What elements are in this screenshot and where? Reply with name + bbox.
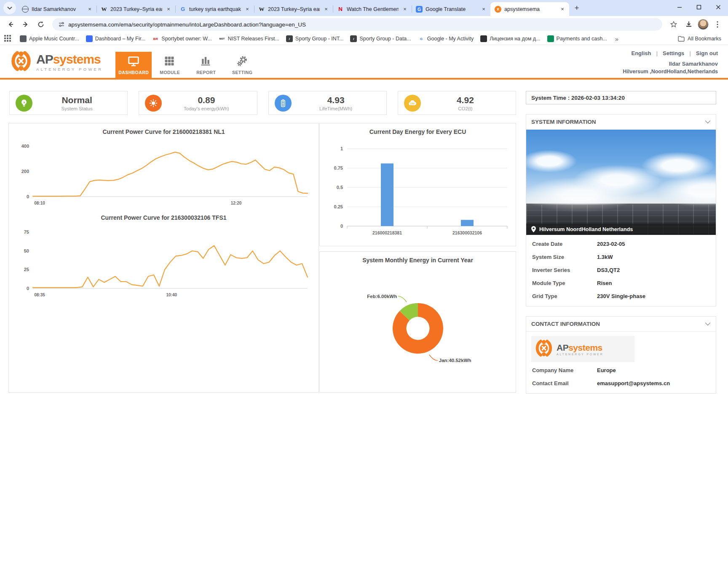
tab-search-button[interactable] (3, 2, 16, 14)
info-row-value: DS3,QT2 (597, 267, 620, 273)
info-row-label: Module Type (526, 280, 597, 286)
lifetime-label: LifeTime(MWh) (292, 106, 380, 111)
user-location: Hilversum ,NoordHolland,Netherlands (623, 69, 718, 75)
bookmark-item[interactable]: / Sporty Group - INT... (283, 34, 347, 43)
bookmark-item[interactable]: NIST NIST Releases First... (216, 34, 282, 43)
settings-link[interactable]: Settings (663, 50, 684, 56)
address-bar[interactable]: apsystemsema.com/ema/security/optmainmen… (52, 18, 662, 31)
power-curve-chart-nl1: 020040008:1012:20 (13, 137, 314, 208)
bookmark-item[interactable]: Dashboard – My Fir... (83, 34, 149, 43)
info-row: Create Date 2023-02-05 (526, 237, 716, 250)
info-row-value: emasupport@apsystems.cn (597, 380, 670, 386)
user-name: Ildar Samarkhanov (623, 61, 718, 67)
nav-item-module[interactable]: MODULE (152, 52, 188, 78)
bookmark-label: Sporty Group - INT... (295, 36, 344, 42)
google-icon: G (418, 35, 425, 42)
svg-text:75: 75 (24, 229, 29, 234)
bookmark-item[interactable]: Payments and cash... (544, 34, 610, 43)
system-status-value: Normal (32, 95, 121, 105)
svg-text:0.25: 0.25 (334, 204, 343, 209)
tab-close-icon[interactable]: × (165, 6, 172, 13)
system-status-label: System Status (32, 106, 121, 111)
back-button[interactable] (4, 18, 17, 31)
info-row: System Size 1.3kW (526, 250, 716, 264)
bookmark-item[interactable]: G Google - My Activity (415, 34, 476, 43)
info-row-label: Create Date (526, 241, 597, 247)
bookmark-item[interactable]: Apple Music Countr... (17, 34, 82, 43)
today-energy-card: 0.89Today's energy(kWh) (139, 91, 257, 115)
tab-close-icon[interactable]: × (244, 6, 251, 13)
window-close-button[interactable] (709, 0, 728, 14)
bookmark-star-icon[interactable] (667, 18, 680, 31)
forward-button[interactable] (19, 18, 32, 31)
all-bookmarks-label: All Bookmarks (688, 36, 721, 42)
contact-information-title: CONTACT INFORMATION (531, 321, 600, 327)
svg-text:50: 50 (24, 248, 29, 253)
nav-item-dashboard[interactable]: DASHBOARD (115, 52, 152, 78)
info-row-label: System Size (526, 254, 597, 260)
nav-item-setting[interactable]: SETTING (224, 52, 260, 78)
browser-tab[interactable]: G turkey syria earthquake af × (175, 2, 254, 16)
chevron-down-icon (7, 6, 12, 10)
info-row-value: 2023-02-05 (597, 241, 625, 247)
info-row: Company Name Europe (526, 364, 716, 377)
apps-grid-icon[interactable] (4, 35, 12, 43)
browser-tab[interactable]: W 2023 Turkey–Syria earthq × (96, 2, 175, 16)
bookmark-item[interactable]: Лицензия на дом д... (477, 34, 543, 43)
svg-text:400: 400 (21, 144, 29, 149)
sportybet-icon: BR (152, 35, 159, 42)
bookmark-item[interactable]: / Sporty Group - Data... (347, 34, 414, 43)
document-icon (480, 35, 487, 42)
tab-close-icon[interactable]: × (480, 6, 487, 13)
site-info-icon[interactable] (58, 21, 65, 28)
right-sidebar: System Time : 2026-02-03 13:34:20 SYSTEM… (526, 91, 716, 394)
window-controls (670, 0, 728, 14)
tab-close-icon[interactable]: × (323, 6, 329, 13)
chart-title-nl1: Current Power Curve for 216000218381 NL1 (9, 123, 318, 135)
system-information-panel: SYSTEM INFORMATION Hilversum NoordHollan… (526, 114, 716, 306)
reload-button[interactable] (35, 18, 47, 31)
monitor-icon (127, 55, 140, 68)
apsystems-logo: APsystems ALTENERGY POWER (10, 50, 103, 74)
info-row: Module Type Risen (526, 277, 716, 290)
window-maximize-button[interactable] (689, 0, 709, 14)
nav-item-report[interactable]: REPORT (188, 52, 224, 78)
brand-ap: AP (36, 52, 53, 66)
system-information-title: SYSTEM INFORMATION (531, 119, 596, 125)
co2-value: 4.92 (421, 95, 510, 105)
chart-title-day-energy: Current Day Energy for Every ECU (320, 123, 516, 135)
svg-text:216300032106: 216300032106 (452, 230, 482, 235)
bookmark-item[interactable]: BR Sportybet owner: W... (149, 34, 215, 43)
new-tab-button[interactable]: + (571, 2, 583, 14)
browser-tab[interactable]: G Google Translate × (412, 2, 490, 16)
language-link[interactable]: English (631, 50, 651, 56)
all-bookmarks-button[interactable]: All Bookmarks (678, 36, 724, 42)
tab-close-icon[interactable]: × (401, 6, 408, 13)
day-energy-panel: Current Day Energy for Every ECU 00.250.… (319, 123, 516, 246)
bookmark-label: Apple Music Countr... (29, 36, 79, 42)
monthly-energy-panel: System Monthly Energy in Current Year Ja… (319, 251, 516, 393)
location-bar: Hilversum NoordHolland Netherlands (526, 224, 716, 235)
tab-close-icon[interactable]: × (86, 6, 93, 13)
contact-information-header[interactable]: CONTACT INFORMATION (526, 317, 716, 332)
bookmarks-overflow-chevron[interactable]: » (612, 35, 622, 43)
browser-tab[interactable]: Ildar Samarkhanov × (18, 2, 96, 16)
tab-title: apsystemsema (504, 6, 556, 12)
contact-company-logo: APsystems ALTENERGY POWER (531, 336, 634, 362)
url-text: apsystemsema.com/ema/security/optmainmen… (68, 21, 306, 28)
downloads-icon[interactable] (682, 18, 695, 31)
window-minimize-button[interactable] (670, 0, 689, 14)
power-curve-chart-tfs1: 025507508:3510:40 (13, 223, 314, 299)
tab-close-icon[interactable]: × (559, 6, 566, 13)
system-information-header[interactable]: SYSTEM INFORMATION (526, 115, 716, 130)
browser-tab[interactable]: N Watch The Gentlemen | N × (333, 2, 412, 16)
svg-text:08:35: 08:35 (34, 293, 45, 297)
signout-link[interactable]: Sign out (696, 50, 718, 56)
profile-avatar[interactable] (698, 19, 709, 30)
module-grid-icon (163, 55, 176, 68)
sun-icon (145, 95, 162, 112)
browser-tab[interactable]: x apsystemsema × (490, 2, 569, 16)
svg-text:0.75: 0.75 (334, 165, 343, 170)
browser-tab[interactable]: W 2023 Turkey–Syria earthq × (254, 2, 333, 16)
menu-kebab-icon[interactable] (711, 18, 724, 31)
